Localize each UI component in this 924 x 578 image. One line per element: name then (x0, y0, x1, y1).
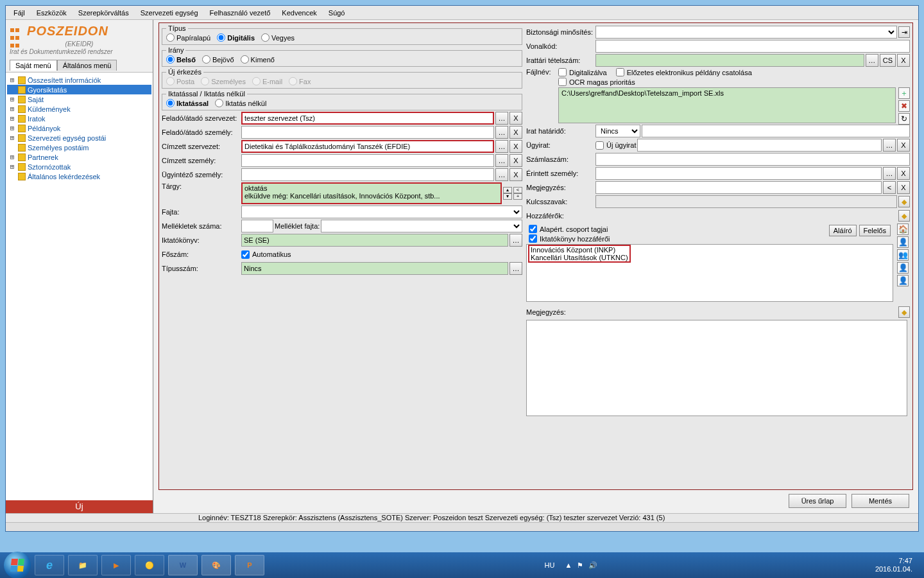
sidebar-tab-general[interactable]: Általános menü (57, 60, 117, 71)
tree-item-6[interactable]: ⊞Szervezeti egység postái (7, 133, 151, 143)
megjegyzes-tag-icon[interactable]: ◆ (898, 306, 910, 318)
melleklet-szam-input[interactable] (241, 220, 273, 232)
taskbar-media-icon[interactable]: ▶ (101, 555, 131, 575)
vonalkod-input[interactable] (595, 40, 910, 53)
targy-plus-button[interactable]: + (513, 193, 522, 200)
cimzett-szem-clear-button[interactable]: X (509, 154, 522, 167)
alapert-checkbox[interactable]: Alapért. csoport tagjai (529, 225, 608, 233)
radio-belso[interactable]: Belső (166, 55, 196, 64)
file-add-icon[interactable]: ＋ (898, 87, 910, 99)
mentes-button[interactable]: Mentés (851, 494, 909, 508)
taskbar-ie-icon[interactable]: e (35, 555, 64, 575)
tree-item-2[interactable]: ⊞Saját (7, 94, 151, 104)
tree-item-10[interactable]: ·Általános lekérdezések (7, 171, 151, 181)
sidebar-new-button[interactable]: Új (6, 500, 153, 513)
menu-szerepkor[interactable]: Szerepkörváltás (73, 8, 134, 18)
taskbar-app-icon[interactable]: P (235, 555, 264, 575)
hatarido-input[interactable] (642, 125, 910, 137)
irattari-cs-button[interactable]: CS (880, 54, 896, 67)
tree-item-0[interactable]: ⊞Összesített információk (7, 75, 151, 85)
hoz-user-add-icon[interactable]: 👤 (897, 236, 909, 248)
tree-item-8[interactable]: ⊞Partnerek (7, 152, 151, 162)
felado-szerv-browse-button[interactable]: … (495, 112, 508, 125)
biztonsagi-minosites-select[interactable] (595, 26, 897, 39)
cimzett-szerv-clear-button[interactable]: X (509, 140, 522, 153)
cimzett-szerv-browse-button[interactable]: … (495, 140, 508, 153)
menu-eszkozok[interactable]: Eszközök (31, 8, 72, 18)
tree-item-5[interactable]: ⊞Példányok (7, 123, 151, 133)
ugyirat-clear-button[interactable]: X (897, 139, 910, 152)
felelos-button[interactable]: Felelős (859, 225, 891, 236)
menu-sugo[interactable]: Súgó (323, 8, 350, 18)
tipusszam-browse-button[interactable]: … (509, 262, 522, 275)
file-list[interactable]: C:\Users\greffand\Desktop\Tetelszam_impo… (558, 87, 896, 123)
ugyintezo-browse-button[interactable]: … (495, 168, 508, 181)
iktkonyv-hozz-checkbox[interactable]: Iktatókönyv hozzáférői (529, 234, 610, 243)
megjegyzes-input[interactable] (595, 181, 882, 194)
elozetes-checkbox[interactable]: Előzetes elektronikus példány csatolása (616, 68, 752, 76)
targy-up-button[interactable]: ▴ (503, 187, 512, 193)
taskbar-paint-icon[interactable]: 🎨 (201, 555, 231, 575)
melleklet-fajta-select[interactable] (321, 220, 522, 232)
hoz-home-icon[interactable]: 🏠 (897, 223, 909, 235)
radio-kimeno[interactable]: Kimenő (241, 55, 275, 64)
targy-textarea[interactable] (241, 182, 502, 204)
irattari-browse-button[interactable]: … (866, 54, 878, 67)
targy-lt-button[interactable]: < (513, 187, 522, 193)
radio-iktatas-nelkul[interactable]: Iktatás nélkül (215, 99, 266, 107)
kulcsszavak-input[interactable] (595, 195, 897, 208)
irattari-clear-button[interactable]: X (897, 54, 910, 67)
radio-papiralapu[interactable]: Papíralapú (166, 33, 210, 42)
hoz-user-group-icon[interactable]: 👥 (897, 249, 909, 261)
iktatokonyv-input[interactable]: SE (SE) (241, 234, 508, 247)
felado-szervezet-input[interactable]: teszter szervezet (Tsz) (241, 112, 494, 125)
hoz-user-edit-icon[interactable]: 👤 (897, 262, 909, 274)
hozzaferok-list[interactable]: Innovációs Központ (INKP) Kancellári Uta… (526, 244, 893, 302)
alairo-button[interactable]: Aláíró (829, 225, 857, 236)
hozzaferok-tag-icon[interactable]: ◆ (898, 210, 910, 222)
fajta-select[interactable] (241, 206, 522, 218)
menu-fajl[interactable]: Fájl (8, 8, 30, 18)
radio-bejovo[interactable]: Bejövő (202, 55, 234, 64)
ugyintezo-clear-button[interactable]: X (509, 168, 522, 181)
tree-item-1[interactable]: ·Gyorsiktatás (7, 85, 151, 94)
cimzett-szemely-input[interactable] (241, 154, 494, 167)
radio-iktatassal[interactable]: Iktatással (166, 99, 209, 107)
irattari-input[interactable] (595, 54, 864, 67)
felado-szerv-clear-button[interactable]: X (509, 112, 522, 125)
menu-felhasznalo[interactable]: Felhasználó vezető (205, 8, 276, 18)
file-remove-icon[interactable]: ✖ (898, 100, 910, 112)
taskbar-word-icon[interactable]: W (168, 555, 198, 575)
felado-szem-clear-button[interactable]: X (509, 126, 522, 139)
tree-item-4[interactable]: ⊞Iratok (7, 114, 151, 123)
targy-down-button[interactable]: ▾ (503, 193, 512, 200)
menu-szervezeti[interactable]: Szervezeti egység (135, 8, 203, 18)
ugyirat-browse-button[interactable]: … (883, 139, 896, 152)
hozzafero-item-1[interactable]: Innovációs Központ (INKP) (531, 246, 628, 254)
file-refresh-icon[interactable]: ↻ (898, 113, 910, 125)
tree-item-7[interactable]: ·Személyes postáim (7, 143, 151, 152)
hozzafero-item-2[interactable]: Kancellári Utasítások (UTKNC) (531, 254, 628, 261)
szamlaszam-input[interactable] (595, 153, 910, 166)
erintett-clear-button[interactable]: X (897, 167, 910, 180)
erintett-input[interactable] (595, 167, 882, 180)
tree-item-9[interactable]: ⊞Sztornózottak (7, 162, 151, 171)
menu-kedvencek[interactable]: Kedvencek (277, 8, 321, 18)
ocr-checkbox[interactable]: OCR magas prioritás (558, 78, 910, 86)
start-button[interactable] (4, 552, 31, 578)
bizt-tool-icon[interactable]: ⇥ (898, 26, 910, 38)
taskbar-clock[interactable]: 7:472016.01.04. (875, 557, 920, 574)
cimzett-szervezet-input[interactable]: Dietetikai és Táplálkozástudományi Tansz… (241, 140, 494, 153)
radio-digitalis[interactable]: Digitális (217, 33, 255, 42)
megjegyzes-clear-button[interactable]: X (897, 181, 910, 194)
megjegyzes-lt-button[interactable]: < (883, 181, 896, 194)
hatarido-select[interactable]: Nincs (595, 125, 640, 137)
hoz-user-remove-icon[interactable]: 👤 (897, 275, 909, 286)
felado-szem-browse-button[interactable]: … (495, 126, 508, 139)
sidebar-tab-own[interactable]: Saját menü (10, 60, 57, 71)
radio-vegyes[interactable]: Vegyes (261, 33, 295, 42)
automatikus-checkbox[interactable]: Automatikus (241, 250, 291, 259)
megjegyzes-textarea[interactable] (526, 320, 907, 416)
taskbar-explorer-icon[interactable]: 📁 (68, 555, 98, 575)
taskbar-tray[interactable]: ▲⚑🔊 (561, 561, 601, 570)
